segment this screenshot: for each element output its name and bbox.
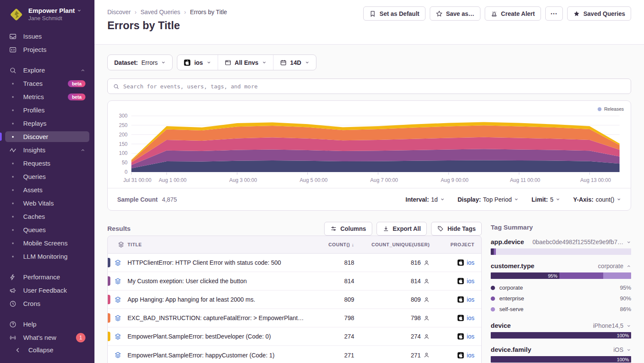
column-header-count-unique[interactable]: COUNT_UNIQUE(USER) — [358, 242, 436, 247]
sidebar-item-assets[interactable]: Assets — [5, 185, 89, 195]
save-as-button[interactable]: Save as… — [430, 6, 480, 21]
environment-filter[interactable]: All Envs — [218, 55, 273, 70]
siren-icon — [491, 10, 498, 17]
sidebar-item-issues[interactable]: Issues — [5, 31, 89, 42]
sidebar-item-replays[interactable]: Replays — [5, 118, 89, 129]
breadcrumb-current: Errors by Title — [190, 9, 227, 15]
search-input[interactable] — [123, 83, 626, 90]
date-range-filter[interactable]: 14D — [273, 55, 316, 70]
facet-legend-row[interactable]: corporate 95% — [491, 282, 631, 293]
sort-desc-icon: ↓ — [352, 242, 354, 247]
layers-icon[interactable] — [114, 259, 122, 266]
export-all-button[interactable]: Export All — [377, 222, 427, 236]
chevron-down-icon — [77, 8, 82, 13]
facet-header[interactable]: device iPhone14,5 — [491, 322, 631, 329]
facet-distribution-bar[interactable]: 95% — [491, 272, 631, 279]
chevron-up-icon — [80, 68, 85, 73]
megaphone-icon — [9, 287, 17, 294]
facet-legend-row[interactable]: enterprise 90% — [491, 293, 631, 304]
sidebar-item-explore[interactable]: Explore — [5, 65, 89, 76]
sidebar-item-queries[interactable]: Queries — [5, 171, 89, 182]
columns-button[interactable]: Columns — [324, 222, 372, 236]
more-options-button[interactable]: ⋯ — [545, 6, 563, 21]
svg-text:Aug 11 00:00: Aug 11 00:00 — [510, 177, 541, 183]
interval-select[interactable]: Interval: 1d — [406, 196, 445, 203]
sidebar-item-mobile-screens[interactable]: Mobile Screens — [5, 238, 89, 248]
sidebar-item-profiles[interactable]: Profiles — [5, 105, 89, 115]
column-header-title[interactable]: TITLE — [128, 242, 311, 247]
chart-legend[interactable]: Releases — [598, 106, 624, 112]
sidebar-item-help[interactable]: Help — [5, 319, 89, 330]
chevron-down-icon — [626, 324, 631, 328]
user-icon — [423, 352, 430, 358]
column-header-count[interactable]: COUNT() ↓ — [311, 242, 358, 247]
project-link[interactable]: ios — [467, 333, 474, 340]
layers-icon[interactable] — [114, 278, 122, 285]
sidebar-item-user-feedback[interactable]: User Feedback — [5, 285, 89, 296]
svg-text:0: 0 — [125, 169, 128, 175]
sidebar-item-projects[interactable]: Projects — [5, 44, 89, 55]
y-axis-select[interactable]: Y-Axis: count() — [573, 196, 621, 203]
facet-header[interactable]: app.device 0baebc0de4982f1255f2e9e9fb7… — [491, 238, 631, 245]
layers-icon[interactable] — [114, 315, 122, 322]
layers-icon — [118, 241, 125, 248]
facet-legend-row[interactable]: self-serve 86% — [491, 304, 631, 315]
error-title-link[interactable]: App Hanging: App hanging for at least 20… — [128, 296, 311, 303]
sidebar-collapse-button[interactable]: Collapse — [10, 345, 84, 355]
facet-distribution-bar[interactable] — [491, 248, 631, 255]
sidebar-item-performance[interactable]: Performance — [5, 272, 89, 282]
project-filter[interactable]: ios — [177, 55, 217, 70]
limit-select[interactable]: Limit: 5 — [532, 196, 560, 203]
facet-header[interactable]: device.family iOS — [491, 346, 631, 353]
error-title-link[interactable]: EmpowerPlant.SampleError: bestDeveloper … — [128, 333, 311, 340]
help-icon — [9, 321, 17, 328]
breadcrumb-discover[interactable]: Discover — [107, 9, 131, 15]
set-as-default-button[interactable]: Set as Default — [363, 6, 425, 21]
svg-text:100: 100 — [119, 150, 128, 156]
org-switcher[interactable]: Empower Plant Jane Schmidt — [0, 0, 94, 27]
count-value: 809 — [311, 296, 358, 303]
sidebar-item-metrics[interactable]: Metricsbeta — [5, 91, 89, 102]
user-icon — [423, 315, 430, 321]
display-select[interactable]: Display: Top Period — [458, 196, 519, 203]
calendar-icon — [280, 59, 287, 66]
sidebar-item-traces[interactable]: Tracesbeta — [5, 78, 89, 89]
sidebar-item-llm-monitoring[interactable]: LLM Monitoring — [5, 251, 89, 262]
sidebar-item-web-vitals[interactable]: Web Vitals — [5, 198, 89, 209]
sidebar-item-insights[interactable]: Insights — [5, 145, 89, 155]
count-value: 818 — [311, 259, 358, 266]
breadcrumb-saved-queries[interactable]: Saved Queries — [140, 9, 180, 15]
hide-tags-button[interactable]: Hide Tags — [431, 222, 482, 236]
sidebar-item-crons[interactable]: Crons — [5, 298, 89, 309]
sidebar-item-caches[interactable]: Caches — [5, 211, 89, 222]
sidebar-item-queues[interactable]: Queues — [5, 224, 89, 235]
search-icon — [113, 83, 119, 90]
facet-header[interactable]: customer.type corporate — [491, 262, 631, 269]
layers-icon[interactable] — [114, 296, 122, 303]
saved-queries-button[interactable]: Saved Queries — [567, 6, 631, 21]
layers-icon[interactable] — [114, 351, 122, 359]
column-header-project[interactable]: PROJECT — [436, 242, 481, 247]
sidebar-item-requests[interactable]: Requests — [5, 158, 89, 169]
stacked-area-chart[interactable]: 050100150200250300Jul 31 00:00Aug 1 00:0… — [108, 101, 631, 188]
chevron-down-icon — [626, 240, 631, 245]
page-filter-bar: ios All Envs 14D — [177, 54, 316, 70]
error-title-link[interactable]: EmpowerPlant.SampleError: happyCustomer … — [128, 352, 311, 359]
error-title-link[interactable]: My Custom exeption: User clicked the but… — [128, 278, 311, 284]
issues-icon — [9, 33, 17, 40]
sidebar-item-discover[interactable]: Discover — [5, 131, 89, 142]
project-link[interactable]: ios — [467, 259, 474, 266]
facet-distribution-bar[interactable]: 100% — [491, 356, 631, 363]
dataset-selector[interactable]: Dataset: Errors — [107, 54, 173, 70]
error-title-link[interactable]: EXC_BAD_INSTRUCTION: captureFatalError: … — [128, 315, 311, 321]
project-link[interactable]: ios — [467, 315, 474, 321]
facet-distribution-bar[interactable]: 100% — [491, 332, 631, 339]
project-link[interactable]: ios — [467, 278, 474, 284]
error-title-link[interactable]: HTTPClientError: HTTP Client Error with … — [128, 259, 311, 266]
project-link[interactable]: ios — [467, 296, 474, 303]
create-alert-button[interactable]: Create Alert — [485, 6, 541, 21]
tag-icon — [437, 225, 444, 232]
project-link[interactable]: ios — [467, 352, 474, 359]
layers-icon[interactable] — [114, 333, 122, 340]
bookmark-icon — [369, 10, 376, 17]
